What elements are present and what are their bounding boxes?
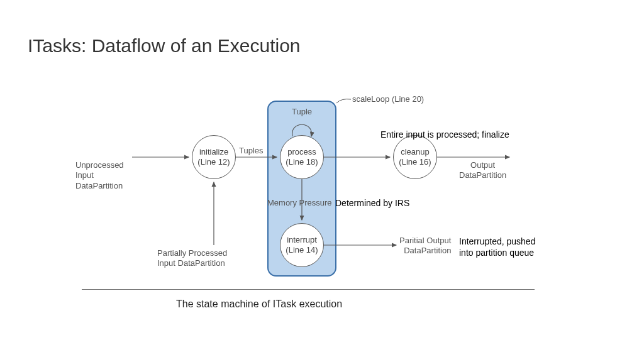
diagram-caption: The state machine of ITask execution (176, 299, 342, 310)
label-unprocessed: Unprocessed Input DataPartition (75, 160, 124, 191)
node-cleanup-line: (Line 16) (399, 157, 431, 167)
edge-label-tuple-self: Tuple (292, 107, 312, 117)
annotation-irs: Determined by IRS (335, 197, 409, 209)
state-machine-diagram: initialize (Line 12) process (Line 18) c… (69, 94, 585, 302)
annotation-interrupted: Interrupted, pushed into partition queue (459, 236, 535, 258)
node-process-line: (Line 18) (286, 157, 318, 167)
annotation-finalize: Entire input is processed; finalize (380, 129, 509, 140)
node-process: process (Line 18) (280, 135, 324, 179)
edge-label-tuples: Tuples (239, 146, 264, 156)
label-output-dp: Output DataPartition (459, 160, 506, 181)
edge-label-memory-pressure: Memory Pressure (267, 198, 332, 208)
edge-label-scale-loop: scaleLoop (Line 20) (352, 94, 424, 104)
node-initialize-line: (Line 12) (197, 157, 230, 167)
diagram-divider (82, 289, 535, 290)
slide-title: ITasks: Dataflow of an Execution (28, 35, 301, 57)
node-cleanup-name: cleanup (401, 147, 430, 157)
label-partial-output: Paritial Output DataPartition (399, 236, 451, 256)
node-cleanup: cleanup (Line 16) (393, 135, 437, 179)
node-interrupt-line: (Line 14) (286, 245, 318, 255)
node-interrupt-name: interrupt (287, 235, 317, 245)
node-process-name: process (287, 147, 316, 157)
node-initialize-name: initialize (199, 147, 228, 157)
label-partially-processed: Partially Processed Input DataPartition (157, 248, 227, 269)
node-interrupt: interrupt (Line 14) (280, 223, 324, 267)
node-initialize: initialize (Line 12) (192, 135, 236, 179)
